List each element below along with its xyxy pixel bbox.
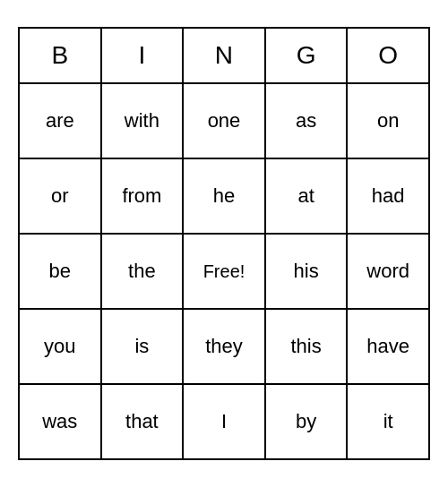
header-cell-g: G: [266, 29, 349, 82]
bingo-cell-2-0: be: [20, 235, 102, 308]
bingo-cell-0-4: on: [348, 84, 428, 158]
bingo-cell-4-2: I: [184, 385, 266, 458]
header-cell-b: B: [20, 29, 102, 82]
bingo-cell-3-2: they: [184, 310, 266, 383]
bingo-cell-4-3: by: [266, 385, 349, 458]
bingo-cell-2-1: the: [102, 235, 185, 308]
bingo-cell-0-2: one: [184, 84, 266, 158]
bingo-cell-3-3: this: [266, 310, 349, 383]
bingo-card: BINGO arewithoneasonorfromheathadbetheFr…: [18, 27, 430, 460]
header-row: BINGO: [20, 29, 428, 84]
header-cell-o: O: [348, 29, 428, 82]
bingo-cell-2-3: his: [266, 235, 349, 308]
bingo-cell-4-1: that: [102, 385, 185, 458]
header-cell-n: N: [184, 29, 266, 82]
bingo-cell-0-0: are: [20, 84, 102, 158]
bingo-cell-1-0: or: [20, 159, 102, 233]
bingo-row-2: betheFree!hisword: [20, 235, 428, 310]
bingo-cell-1-2: he: [184, 159, 266, 233]
bingo-row-3: youistheythishave: [20, 310, 428, 385]
bingo-cell-1-4: had: [348, 159, 428, 233]
bingo-cell-3-1: is: [102, 310, 185, 383]
bingo-cell-0-1: with: [102, 84, 185, 158]
bingo-cell-2-4: word: [348, 235, 428, 308]
bingo-cell-2-2: Free!: [184, 235, 266, 308]
bingo-cell-1-3: at: [266, 159, 349, 233]
bingo-cell-4-4: it: [348, 385, 428, 458]
bingo-row-4: wasthatIbyit: [20, 385, 428, 458]
header-cell-i: I: [102, 29, 185, 82]
bingo-cell-3-4: have: [348, 310, 428, 383]
bingo-cell-3-0: you: [20, 310, 102, 383]
bingo-row-0: arewithoneason: [20, 84, 428, 159]
bingo-cell-4-0: was: [20, 385, 102, 458]
bingo-cell-1-1: from: [102, 159, 185, 233]
bingo-cell-0-3: as: [266, 84, 349, 158]
bingo-row-1: orfromheathad: [20, 159, 428, 235]
